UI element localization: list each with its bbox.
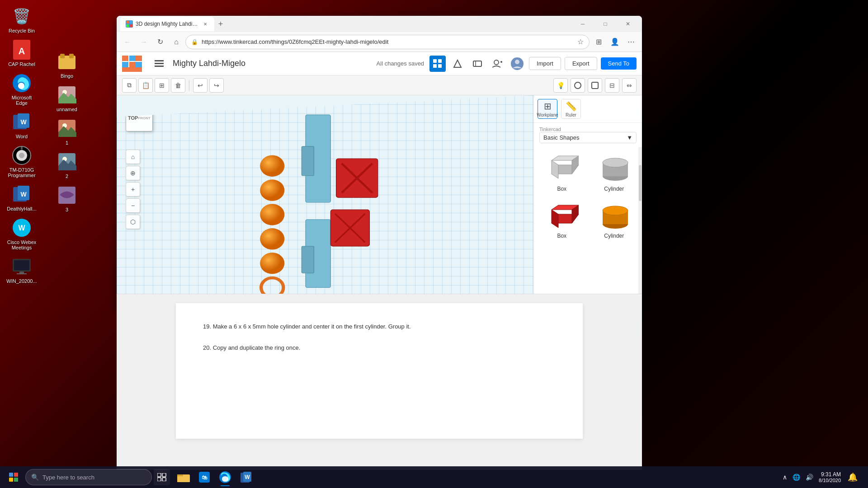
duplicate-btn[interactable]: ⊞ [155,78,169,93]
minimize-btn[interactable]: ─ [572,17,593,31]
copy-btn[interactable]: ⧉ [122,78,137,93]
active-tab[interactable]: 3D design Mighty Lahdi-Migelo ✕ [120,17,214,31]
workplane-label: Workplane [537,113,558,117]
refresh-btn[interactable]: ↻ [153,35,167,49]
shape2-btn[interactable] [588,78,602,93]
shape1-btn[interactable] [571,78,585,93]
desktop-icon-2[interactable]: 2 [49,149,85,181]
align-btn[interactable]: ⊟ [605,78,619,93]
shapes-type-label: Basic Shapes [543,134,580,141]
maximize-btn[interactable]: □ [595,17,616,31]
more-btn[interactable]: ⋯ [624,35,638,49]
unnamed-icon [56,84,78,106]
svg-rect-22 [69,54,74,58]
svg-rect-97 [177,474,183,476]
add-user-btn[interactable] [489,56,505,72]
dropdown-chevron-icon: ▼ [627,134,632,141]
desktop-icon-word[interactable]: W Word [4,109,40,141]
address-text: https://www.tinkercad.com/things/0Z6fcmq… [202,38,574,45]
home-btn[interactable]: ⌂ [169,35,184,49]
shape-item-box-gray[interactable]: Box [538,150,586,194]
show-hidden-icons[interactable]: ∧ [781,472,789,483]
svg-rect-50 [438,64,442,68]
close-btn[interactable]: ✕ [618,17,638,31]
taskbar: 🔍 Type here to search [0,466,868,488]
address-bar[interactable]: 🔒 https://www.tinkercad.com/things/0Z6fc… [185,35,590,49]
browser-window-controls: ─ □ ✕ [572,17,638,31]
taskbar-app-word[interactable]: W [236,467,256,487]
shape-preview-cylinder-gray [596,152,632,184]
deathly-icon: W [11,183,33,205]
taskbar-time[interactable]: 9:31 AM 8/10/2020 [819,471,841,483]
svg-rect-33 [126,21,129,23]
desktop-icon-cap-rachel[interactable]: A CAP Rachel [4,37,40,69]
taskbar-app-explorer[interactable] [174,467,193,487]
deathly-label: DeathlyHall... [7,206,36,211]
forward-btn[interactable]: → [137,35,151,49]
grid-view-btn[interactable] [429,56,446,72]
volume-icon[interactable]: 🔊 [804,472,815,483]
undo-btn[interactable]: ↩ [193,78,208,93]
workplane-icon: ⊞ [544,101,552,112]
desktop-icon-deathly[interactable]: W DeathlyHall... [4,182,40,213]
ruler-btn[interactable]: 📏 Ruler [561,99,581,119]
desktop-icon-unnamed[interactable]: unnamed [49,82,85,114]
redo-btn[interactable]: ↪ [209,78,224,93]
svg-point-53 [494,60,499,65]
shapes-grid: Box Cylinder [534,147,642,244]
delete-btn[interactable]: 🗑 [171,78,185,93]
light-btn[interactable]: 💡 [553,78,568,93]
task-view-btn[interactable] [154,469,170,485]
mirror-btn[interactable]: ⇔ [622,78,637,93]
network-icon[interactable]: 🌐 [791,472,802,483]
start-button[interactable] [4,467,24,487]
taskbar-app-edge[interactable] [215,467,235,487]
desktop-icon-edge[interactable]: Microsoft Edge [4,70,40,108]
desktop-icon-1[interactable]: 1 [49,116,85,147]
desktop-icon-webex[interactable]: W Cisco WebexMeetings [4,215,40,252]
desktop-icon-tm-d710g[interactable]: TM-D710GProgrammer [4,143,40,180]
notification-btn[interactable]: 🔔 [844,469,861,485]
back-btn[interactable]: ← [120,35,135,49]
svg-rect-39 [136,56,142,61]
new-tab-btn[interactable]: + [214,18,227,30]
panel-scrollbar[interactable] [638,147,642,310]
tab-close-btn[interactable]: ✕ [202,20,209,28]
desktop-icon-recycle-bin[interactable]: 🗑️ Recycle Bin [4,4,40,35]
workplane-btn[interactable]: ⊞ Workplane [538,99,557,119]
clock-time: 9:31 AM [819,471,841,478]
favorites-btn[interactable]: ⊞ [591,35,606,49]
codeblocks-btn[interactable] [469,56,486,72]
bookmark-icon[interactable]: ☆ [577,38,584,46]
desktop-icon-3[interactable]: 3 [49,183,85,214]
svg-rect-59 [592,82,598,89]
desktop-icon-bingo[interactable]: Bingo [49,49,85,80]
svg-rect-45 [155,63,164,64]
cap-rachel-icon: A [11,39,33,61]
shape-item-cylinder-orange[interactable]: Cylinder [590,197,639,241]
taskbar-app-store[interactable]: 🛍 [194,467,214,487]
step-20: 20. Copy and duplicate the ring once. [203,343,556,353]
paste-btn[interactable]: 📋 [138,78,153,93]
profile-btn[interactable]: 👤 [608,35,622,49]
bingo-icon [56,51,78,72]
shape-item-box-red[interactable]: Box [538,197,586,241]
clock-date: 8/10/2020 [819,478,841,483]
svg-rect-40 [122,62,128,67]
menu-icon-btn[interactable] [151,56,167,72]
import-btn[interactable]: Import [529,57,561,70]
taskbar-search-box[interactable]: 🔍 Type here to search [25,469,152,485]
shapes-type-dropdown[interactable]: Basic Shapes ▼ [539,132,637,143]
3d-viewport[interactable]: TOPFRONT ⌂ ⊕ + − ⬡ [117,95,533,310]
shape-preview-box-gray [544,152,580,184]
build-btn[interactable] [449,56,466,72]
svg-rect-44 [155,60,164,61]
profile-avatar-btn[interactable] [509,56,525,72]
panel-scroll-thumb [639,165,642,201]
send-to-btn[interactable]: Send To [601,57,637,70]
tm-d710g-label: TM-D710GProgrammer [8,167,35,178]
shape-item-cylinder-gray[interactable]: Cylinder [590,150,639,194]
desktop-icon-win2020[interactable]: WIN_20200... [4,254,40,286]
word-label: Word [16,134,28,139]
export-btn[interactable]: Export [565,57,597,70]
